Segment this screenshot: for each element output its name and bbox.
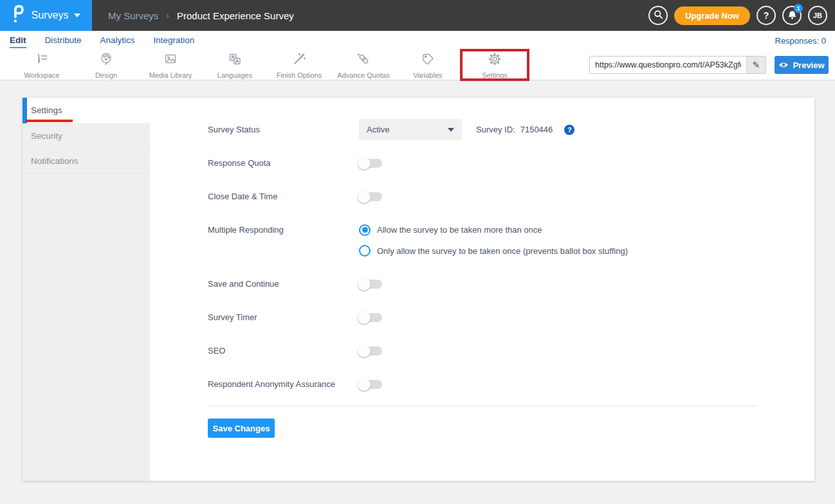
save-and-continue-toggle[interactable] xyxy=(359,280,382,289)
save-changes-button[interactable]: Save Changes xyxy=(208,419,275,438)
toolbar-item-advance-quotas[interactable]: Advance Quotas xyxy=(331,50,396,80)
upgrade-now-button[interactable]: Upgrade Now xyxy=(674,6,750,25)
responses-count[interactable]: Responses: 0 xyxy=(775,36,835,46)
radio-only-once-label: Only allow the survey to be taken once (… xyxy=(377,246,628,256)
toggle-knob xyxy=(358,345,371,357)
toolbar-item-finish-options[interactable]: Finish Options xyxy=(267,50,331,80)
response-quota-label: Response Quota xyxy=(208,158,359,168)
toolbar-item-languages[interactable]: Languages xyxy=(203,50,267,80)
notifications-button[interactable]: 1 xyxy=(782,6,802,25)
save-and-continue-label: Save and Continue xyxy=(208,279,359,289)
toolbar-item-settings[interactable]: Settings xyxy=(463,51,527,78)
form-divider xyxy=(208,406,756,406)
toolbar-label: Media Library xyxy=(149,71,192,79)
toolbar-item-workspace[interactable]: Workspace xyxy=(10,50,74,80)
palette-icon xyxy=(98,51,114,69)
image-icon xyxy=(163,51,178,69)
sidebar-item-label: Security xyxy=(31,131,62,141)
survey-timer-row: Survey Timer xyxy=(208,307,756,328)
breadcrumb-separator: › xyxy=(166,10,169,21)
toolbar-label: Design xyxy=(95,71,117,79)
toolbar-label: Workspace xyxy=(24,71,60,79)
product-menu[interactable]: Surveys xyxy=(0,0,92,31)
close-date-time-label: Close Date & Time xyxy=(208,192,359,201)
notification-badge: 1 xyxy=(794,4,803,13)
seo-toggle[interactable] xyxy=(359,346,382,356)
toolbar-label: Finish Options xyxy=(277,71,322,79)
sidebar-item-label: Notifications xyxy=(31,156,78,166)
sidebar-item-notifications[interactable]: Notifications xyxy=(23,148,150,174)
survey-url-input[interactable] xyxy=(590,57,746,73)
question-mark-icon: ? xyxy=(764,10,769,21)
breadcrumb: My Surveys › Product Experience Survey xyxy=(108,10,294,21)
search-button[interactable] xyxy=(648,6,668,25)
survey-tab-bar: Edit Distribute Analytics Integration Re… xyxy=(0,31,835,50)
toolbar-label: Languages xyxy=(217,71,252,79)
gear-icon xyxy=(487,51,502,69)
respondent-anonymity-toggle[interactable] xyxy=(359,380,382,389)
toolbar-label: Settings xyxy=(482,71,508,79)
survey-status-value: Active xyxy=(367,125,389,134)
survey-status-row: Survey Status Active Survey ID: 7150446 … xyxy=(208,119,756,140)
edit-url-button[interactable]: ✎ xyxy=(746,57,766,73)
close-date-time-row: Close Date & Time xyxy=(208,186,756,207)
tab-integration[interactable]: Integration xyxy=(154,33,195,48)
toggle-knob xyxy=(358,378,371,391)
radio-allow-multiple-label: Allow the survey to be taken more than o… xyxy=(377,225,542,235)
toolbar-label: Variables xyxy=(413,71,442,79)
multiple-responding-option-1: Multiple Responding Allow the survey to … xyxy=(208,219,756,240)
respondent-anonymity-row: Respondent Anonymity Assurance xyxy=(208,374,756,395)
radio-dot xyxy=(362,227,368,233)
survey-id-value: 7150446 xyxy=(520,125,553,134)
tab-analytics[interactable]: Analytics xyxy=(100,33,135,48)
survey-url-group: ✎ xyxy=(589,56,766,74)
multiple-responding-label: Multiple Responding xyxy=(208,225,359,235)
multiple-responding-row: Multiple Responding Allow the survey to … xyxy=(208,219,756,261)
header-actions: Upgrade Now ? 1 JB xyxy=(648,6,835,25)
tab-distribute[interactable]: Distribute xyxy=(45,33,82,48)
seo-row: SEO xyxy=(208,340,756,361)
avatar-initials: JB xyxy=(813,12,822,19)
sidebar-item-settings[interactable]: Settings xyxy=(23,98,150,123)
survey-timer-toggle[interactable] xyxy=(359,313,382,322)
magic-wand-icon xyxy=(291,51,307,69)
top-header: Surveys My Surveys › Product Experience … xyxy=(0,0,835,31)
respondent-anonymity-label: Respondent Anonymity Assurance xyxy=(208,379,359,389)
toolbar-right: ✎ Preview xyxy=(589,50,835,80)
seo-label: SEO xyxy=(208,346,359,356)
avatar[interactable]: JB xyxy=(808,6,827,25)
translate-icon xyxy=(227,51,243,69)
chevron-down-icon xyxy=(74,14,80,17)
annotation-highlight-box: Settings xyxy=(460,49,529,81)
search-icon xyxy=(654,10,663,21)
survey-status-dropdown[interactable]: Active xyxy=(359,119,462,140)
chevron-down-icon xyxy=(448,128,454,132)
toggle-knob xyxy=(358,157,371,170)
settings-card: Settings Security Notifications Survey S… xyxy=(23,98,814,481)
radio-allow-multiple[interactable] xyxy=(359,224,371,236)
toolbar-label: Advance Quotas xyxy=(337,71,389,79)
radio-only-once[interactable] xyxy=(359,245,371,256)
help-button[interactable]: ? xyxy=(757,6,776,25)
breadcrumb-my-surveys[interactable]: My Surveys xyxy=(108,10,158,21)
eye-icon xyxy=(778,60,789,70)
toolbar-item-design[interactable]: Design xyxy=(74,50,138,80)
tab-edit[interactable]: Edit xyxy=(10,33,26,48)
close-date-time-toggle[interactable] xyxy=(359,192,382,201)
survey-timer-label: Survey Timer xyxy=(208,312,359,322)
survey-id-help-icon[interactable]: ? xyxy=(564,125,574,135)
toolbar-item-media-library[interactable]: Media Library xyxy=(138,50,203,80)
survey-status-label: Survey Status xyxy=(208,125,359,134)
tag-icon xyxy=(420,51,436,69)
sidebar-item-security[interactable]: Security xyxy=(23,123,150,148)
toolbar-item-variables[interactable]: Variables xyxy=(396,50,460,80)
toggle-knob xyxy=(358,190,371,203)
preview-button[interactable]: Preview xyxy=(775,56,829,74)
response-quota-row: Response Quota xyxy=(208,152,756,174)
toggle-knob xyxy=(358,278,371,291)
edit-toolbar: Workspace Design Media Library Languages… xyxy=(0,50,835,80)
response-quota-toggle[interactable] xyxy=(359,159,382,168)
chain-links-icon xyxy=(356,51,371,69)
pencil-icon: ✎ xyxy=(753,60,760,70)
sidebar-item-label: Settings xyxy=(31,105,62,115)
